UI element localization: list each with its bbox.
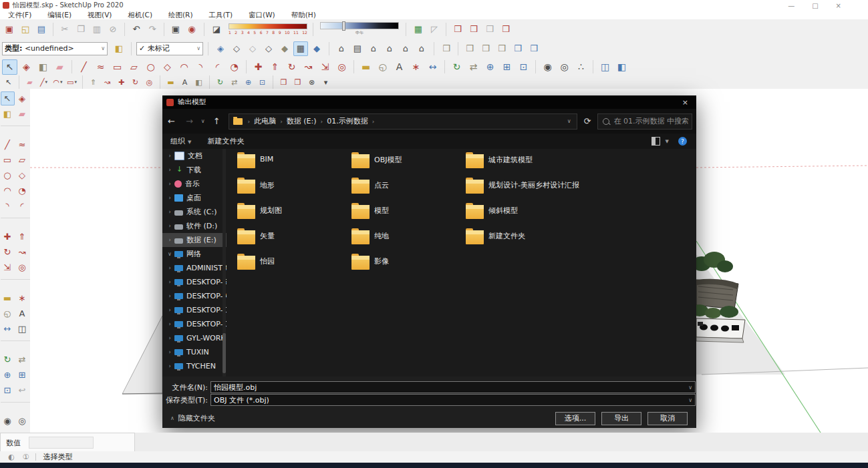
sidebar-item-文档[interactable]: ›文档 [162, 149, 227, 163]
chevron-right-icon[interactable]: › [162, 307, 174, 313]
chevron-down-icon[interactable]: ∨ [162, 251, 174, 257]
chevron-down-icon[interactable]: ▾ [74, 79, 77, 85]
select-icon[interactable]: ↖ [2, 76, 15, 88]
pan-icon[interactable]: ⇄ [466, 59, 481, 75]
axes-icon[interactable]: ∗ [15, 291, 29, 305]
chevron-right-icon[interactable]: › [162, 195, 174, 201]
menu-item-7[interactable]: 窗口(W) [241, 11, 283, 20]
shadow-gradient-bar[interactable] [229, 23, 307, 29]
chevron-down-icon[interactable]: ▾ [60, 79, 63, 85]
menu-item-2[interactable]: 编辑(E) [39, 11, 80, 20]
filename-input[interactable]: 怡园模型.obj ∨ [210, 381, 696, 393]
sidebar-item-GYL-WORK[interactable]: ›GYL-WORK [162, 331, 227, 345]
extension-warehouse-icon[interactable]: ❒ [291, 76, 304, 88]
replace-selected-icon[interactable]: ❒ [478, 41, 493, 56]
hidden-line-icon[interactable]: ◇ [261, 41, 276, 56]
type-combobox[interactable]: 类型: <undefined> ∨ [2, 42, 108, 55]
folder-item-规划图[interactable]: 规划图 [237, 202, 351, 228]
refresh-button[interactable]: ⟳ [577, 116, 598, 126]
dimensions-icon[interactable]: ↔ [425, 59, 440, 75]
breadcrumb-item-2[interactable]: 数据 (E:) [284, 117, 319, 126]
left-view-icon[interactable]: ⌂ [398, 41, 413, 56]
folder-item-规划设计-美丽乡村设计汇报[interactable]: 规划设计-美丽乡村设计汇报 [466, 177, 611, 202]
chevron-right-icon[interactable]: › [162, 167, 174, 173]
tape-measure-icon[interactable]: ▬ [358, 59, 374, 75]
zoom-previous-icon[interactable]: ↩ [15, 383, 29, 397]
new-matched-photo-icon[interactable]: ◸ [427, 22, 442, 37]
geo-location-icon[interactable]: ▦ [411, 22, 426, 37]
walk-icon[interactable]: ∴ [573, 59, 589, 75]
dialog-titlebar[interactable]: 输出模型 × [162, 95, 696, 109]
sidebar-item-DESKTOP-AV2[interactable]: ›DESKTOP-AV2 [162, 289, 227, 303]
follow-me-icon[interactable]: ↝ [301, 59, 316, 75]
close-button[interactable]: × [836, 2, 841, 9]
rotated-rectangle-icon[interactable]: ▱ [126, 59, 142, 75]
scrollbar-thumb[interactable] [223, 333, 226, 373]
shaded-with-textures-icon[interactable]: ▦ [293, 41, 308, 56]
forward-button[interactable]: → [180, 116, 198, 126]
move-icon[interactable]: ✚ [115, 76, 128, 88]
cancel-button[interactable]: 取消 [647, 412, 688, 425]
component-attributes-icon[interactable]: ❒ [494, 41, 509, 56]
circle-icon[interactable]: ○ [143, 59, 158, 75]
zoom-extents-icon[interactable]: ⊡ [516, 59, 531, 75]
recent-locations-button[interactable]: ∨ [198, 118, 208, 124]
menu-item-6[interactable]: 工具(T) [200, 11, 241, 20]
wireframe-icon[interactable]: ◇ [245, 41, 260, 56]
paint-bucket-icon[interactable]: ◧ [192, 76, 205, 88]
maximize-button[interactable]: □ [812, 2, 818, 9]
sidebar-item-ADMINISTRAT[interactable]: ›ADMINISTRAT [162, 261, 227, 275]
arc-icon[interactable]: ◠▾ [51, 76, 64, 88]
open-icon[interactable]: ◱ [18, 22, 33, 37]
dynamic-components-icon[interactable]: ❒ [511, 41, 525, 56]
rotated-rectangle-icon[interactable]: ▱ [15, 153, 29, 167]
orbit-icon[interactable]: ↻ [1, 353, 15, 367]
position-camera-icon[interactable]: ◉ [1, 414, 15, 428]
section-plane-icon[interactable]: ◫ [597, 59, 613, 75]
time-slider-handle[interactable] [342, 21, 345, 31]
menu-item-5[interactable]: 绘图(R) [160, 11, 201, 20]
look-around-icon[interactable]: ◎ [557, 59, 572, 75]
push-pull-icon[interactable]: ⇑ [15, 230, 29, 244]
rectangle-icon[interactable]: ▭ [110, 59, 125, 75]
look-around-icon[interactable]: ◎ [15, 414, 29, 428]
folder-item-地形[interactable]: 地形 [237, 177, 351, 202]
rotate-icon[interactable]: ↻ [284, 59, 299, 75]
offset-icon[interactable]: ◎ [334, 59, 349, 75]
folder-item-倾斜模型[interactable]: 倾斜模型 [466, 202, 611, 228]
shadows-toggle-icon[interactable]: ◪ [209, 22, 224, 37]
chevron-right-icon[interactable]: › [162, 237, 174, 243]
move-icon[interactable]: ✚ [1, 230, 15, 244]
zoom-extents-icon[interactable]: ⊡ [1, 383, 15, 397]
freehand-icon[interactable]: ≈ [15, 138, 29, 152]
front-view-icon[interactable]: ⌂ [366, 41, 381, 56]
3d-warehouse-icon[interactable]: ❒ [450, 22, 465, 37]
menu-item-3[interactable]: 视图(V) [80, 11, 120, 20]
sidebar-item-TYCHEN[interactable]: ›TYCHEN [162, 359, 227, 373]
chevron-right-icon[interactable]: › [162, 265, 174, 271]
folder-item-点云[interactable]: 点云 [351, 177, 466, 202]
similar-components-icon[interactable]: ❒ [462, 41, 477, 56]
push-pull-icon[interactable]: ⇑ [267, 59, 283, 75]
minimize-button[interactable]: — [788, 2, 794, 9]
paint-bucket-icon[interactable]: ◧ [35, 59, 51, 75]
sidebar-item-数据-E-[interactable]: ›数据 (E:) [162, 233, 227, 247]
folder-item-影像[interactable]: 影像 [351, 253, 466, 278]
2-point-arc-icon[interactable]: ◝ [193, 59, 208, 75]
share-component-icon[interactable]: ❒ [482, 22, 497, 37]
chevron-right-icon[interactable]: › [162, 293, 174, 299]
position-camera-icon[interactable]: ◉ [540, 59, 555, 75]
extension-warehouse-icon[interactable]: ❒ [498, 22, 513, 37]
folder-item-纯地[interactable]: 纯地 [351, 228, 466, 253]
sidebar-item-DESKTOP-6JJI[interactable]: ›DESKTOP-6JJI [162, 275, 227, 289]
eraser-icon[interactable]: ▰ [52, 59, 67, 75]
pan-icon[interactable]: ⇄ [228, 76, 241, 88]
rectangle-icon[interactable]: ▭▾ [65, 76, 78, 88]
chevron-right-icon[interactable]: › [162, 209, 174, 215]
folder-item-模型[interactable]: 模型 [351, 202, 466, 228]
breadcrumb-item-1[interactable]: 此电脑 [251, 117, 279, 126]
zoom-icon[interactable]: ⊕ [242, 76, 255, 88]
push-pull-icon[interactable]: ⇑ [87, 76, 100, 88]
shadow-time-slider[interactable]: 中午 [320, 22, 399, 36]
organize-button[interactable]: 组织▼ [162, 136, 199, 146]
